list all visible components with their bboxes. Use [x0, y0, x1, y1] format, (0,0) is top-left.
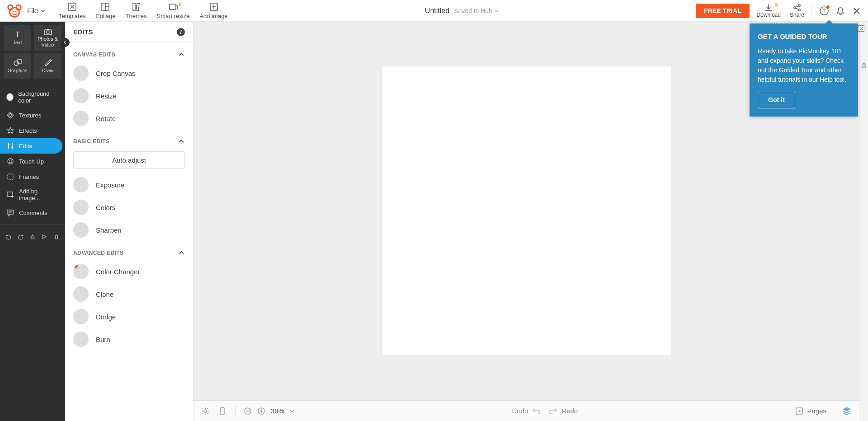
divider [0, 224, 65, 225]
edit-crop-canvas[interactable]: Crop Canvas [65, 62, 193, 84]
sidebar-item-edits[interactable]: Edits [0, 138, 62, 154]
lock-icon[interactable] [861, 62, 867, 69]
notifications-button[interactable] [835, 6, 845, 16]
sidebar-item-background-color[interactable]: Background color [0, 87, 65, 108]
edit-color-changer[interactable]: Color Changer [65, 260, 193, 283]
download-icon [764, 4, 773, 12]
zoom-out-icon[interactable] [244, 407, 252, 415]
bell-icon [836, 6, 845, 15]
trash-icon[interactable] [53, 233, 60, 241]
file-menu[interactable]: File [27, 7, 45, 14]
svg-point-20 [47, 31, 49, 33]
tour-title: GET A GUIDED TOUR [758, 32, 850, 42]
edit-resize[interactable]: Resize [65, 84, 193, 107]
undo-icon[interactable] [5, 233, 12, 241]
svg-rect-40 [862, 65, 866, 68]
sidebar-item-frames[interactable]: Frames [0, 169, 65, 184]
layers-icon[interactable] [842, 406, 852, 416]
touch-up-icon [6, 157, 14, 165]
svg-rect-27 [8, 174, 13, 179]
smart-resize-icon [168, 2, 178, 12]
themes-icon [131, 2, 141, 12]
edit-sharpen[interactable]: Sharpen [65, 219, 193, 241]
svg-rect-9 [133, 3, 135, 10]
svg-text:?: ? [823, 8, 826, 14]
download-button[interactable]: ♛ Download [757, 4, 781, 18]
tab-draw[interactable]: Draw [34, 53, 61, 79]
close-popup-button[interactable]: ✕ [858, 25, 864, 32]
main-area: T Text Photos & Video Graphics Draw Back… [0, 22, 868, 421]
undo-icon [532, 407, 541, 415]
tab-text[interactable]: T Text [4, 25, 31, 51]
redo-icon[interactable] [17, 233, 24, 241]
edit-colors[interactable]: Colors [65, 196, 193, 219]
svg-point-15 [798, 9, 800, 10]
section-advanced-edits[interactable]: ADVANCED EDITS [65, 241, 193, 260]
pages-button[interactable]: Pages [795, 407, 826, 415]
edits-icon [6, 142, 14, 150]
help-button[interactable]: ? [819, 6, 829, 16]
section-canvas-edits[interactable]: CANVAS EDITS [65, 43, 193, 62]
smart-resize-tool[interactable]: ♛ Smart resize [156, 2, 189, 19]
redo-button[interactable]: Redo [549, 407, 578, 415]
add-bg-image-icon [6, 191, 14, 199]
edit-dodge[interactable]: Dodge [65, 305, 193, 328]
sidebar-item-comments[interactable]: Comments [0, 205, 65, 220]
close-button[interactable] [852, 6, 862, 16]
add-image-tool[interactable]: Add image [199, 2, 227, 19]
edit-exposure[interactable]: Exposure [65, 173, 193, 196]
zoom-controls: 39% [244, 407, 294, 415]
edits-panel: EDITS i CANVAS EDITS Crop Canvas Resize … [65, 22, 193, 421]
right-strip [859, 22, 868, 421]
frames-icon [6, 173, 14, 181]
redo-icon [549, 407, 558, 415]
sidebar-item-textures[interactable]: Textures [0, 108, 65, 123]
edit-clone[interactable]: Clone [65, 283, 193, 305]
color-swatch-icon [6, 93, 14, 101]
doc-status[interactable]: Saved to Hub [454, 7, 499, 14]
premium-dot [73, 264, 78, 268]
tab-photos-video[interactable]: Photos & Video [34, 25, 61, 51]
svg-rect-33 [221, 407, 224, 415]
info-icon[interactable]: i [177, 28, 185, 36]
graphics-icon [13, 58, 22, 67]
flip-horizontal-icon[interactable] [41, 233, 47, 241]
sidebar-item-touch-up[interactable]: Touch Up [0, 154, 65, 169]
sidebar-item-add-bg-image[interactable]: Add bg image... [0, 184, 65, 205]
auto-adjust-button[interactable]: Auto adjust [73, 151, 185, 169]
thumb-icon [73, 200, 89, 215]
themes-tool[interactable]: Themes [126, 2, 147, 19]
thumb-icon [73, 177, 89, 192]
undo-button[interactable]: Undo [512, 407, 541, 415]
collage-tool[interactable]: Collage [95, 2, 115, 19]
sidebar-item-effects[interactable]: Effects [0, 123, 65, 138]
svg-point-4 [15, 11, 17, 12]
thumb-icon [73, 88, 89, 103]
flip-vertical-icon[interactable] [29, 233, 36, 241]
templates-tool[interactable]: Templates [59, 2, 85, 19]
close-icon [853, 7, 861, 15]
canvas-wrap: 39% Undo Redo Pages ✕ GET A GUIDED TOUR [193, 22, 859, 421]
zoom-in-icon[interactable] [257, 407, 265, 415]
edit-burn[interactable]: Burn [65, 328, 193, 351]
edit-rotate[interactable]: Rotate [65, 107, 193, 130]
notification-dot [826, 5, 830, 9]
device-preview-icon[interactable] [218, 407, 227, 416]
draw-icon [43, 58, 52, 67]
zoom-level[interactable]: 39% [271, 407, 284, 415]
tour-got-it-button[interactable]: Got it [758, 92, 795, 108]
thumb-icon [73, 111, 89, 126]
share-button[interactable]: Share [790, 4, 804, 18]
collapse-sidebar-button[interactable] [61, 38, 70, 47]
section-basic-edits[interactable]: BASIC EDITS [65, 130, 193, 149]
svg-rect-21 [47, 29, 49, 30]
chevron-up-icon [178, 138, 185, 145]
chevron-down-icon[interactable] [290, 409, 294, 413]
settings-icon[interactable] [201, 407, 210, 416]
effects-icon [6, 126, 14, 135]
thumb-icon [73, 332, 89, 347]
tab-graphics[interactable]: Graphics [4, 53, 31, 79]
free-trial-button[interactable]: FREE TRIAL [696, 4, 749, 18]
doc-title[interactable]: Untitled [425, 7, 449, 15]
artboard[interactable] [382, 66, 671, 356]
